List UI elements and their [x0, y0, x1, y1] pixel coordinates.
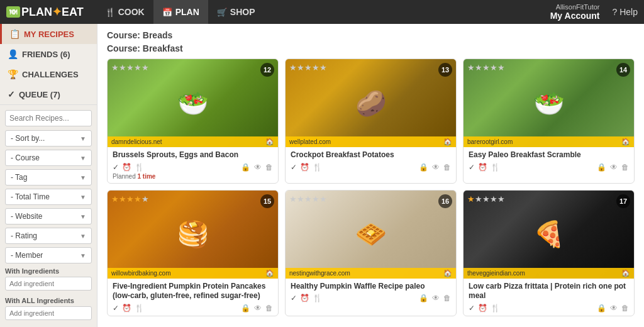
chevron-down-icon: ▼ [80, 194, 86, 201]
recipe-actions: ✓ ⏰ 🍴 🔒 👁 🗑 [291, 294, 451, 302]
sidebar-my-recipes-label: MY RECIPES [24, 30, 74, 39]
eye-icon[interactable]: 👁 [610, 163, 618, 172]
checkmark-icon[interactable]: ✓ [469, 304, 475, 313]
eye-icon[interactable]: 👁 [254, 163, 262, 172]
trash-icon[interactable]: 🗑 [621, 163, 629, 172]
recipe-stars: ★★★★★ [289, 194, 327, 204]
logo[interactable]: 🍽 PLAN✦EAT [6, 5, 84, 19]
checkmark-icon[interactable]: ✓ [113, 304, 119, 313]
utensils-icon[interactable]: 🍴 [135, 163, 144, 172]
recipe-title: Crockpot Breakfast Potatoes [291, 150, 451, 160]
with-all-ingredients-input[interactable] [5, 306, 92, 320]
lock-icon[interactable]: 🔒 [597, 163, 606, 172]
recipe-emoji: 🥗 [464, 59, 634, 147]
recipe-actions-left: ✓ ⏰ 🍴 [113, 304, 144, 313]
lock-icon[interactable]: 🔒 [241, 304, 250, 313]
nav-plan[interactable]: 📅 PLAN [153, 0, 208, 24]
account-username: AllisonFitTutor [556, 3, 600, 11]
account-label[interactable]: My Account [550, 11, 600, 21]
recipe-card[interactable]: 🥞 15 ★★★★★ willowbirdbaking.com 🏠 Five-I… [107, 190, 279, 316]
nav-cook[interactable]: 🍴 COOK [96, 0, 153, 24]
search-input[interactable] [6, 111, 97, 126]
recipe-emoji: 🥞 [108, 191, 278, 279]
recipe-actions-left: ✓ ⏰ 🍴 [469, 304, 500, 313]
recipe-info: Five-Ingredient Pumpkin Protein Pancakes… [108, 279, 278, 316]
filter-tag[interactable]: - Tag ▼ [5, 169, 92, 186]
sidebar-item-my-recipes[interactable]: 📋 MY RECIPES [0, 24, 97, 44]
chevron-down-icon: ▼ [80, 233, 86, 240]
eye-icon[interactable]: 👁 [432, 163, 440, 172]
utensils-icon[interactable]: 🍴 [491, 304, 500, 313]
recipe-card[interactable]: 🥗 12 ★★★★★ damndelicious.net 🏠 Brussels … [107, 58, 279, 184]
recipe-site-name: wellplated.com [289, 138, 331, 145]
clock-icon[interactable]: ⏰ [122, 163, 131, 172]
lock-icon[interactable]: 🔒 [419, 294, 428, 302]
filter-sort[interactable]: - Sort by... ▼ [5, 130, 92, 147]
lock-icon[interactable]: 🔒 [419, 163, 428, 172]
recipe-info: Brussels Sprouts, Eggs and Bacon ✓ ⏰ 🍴 🔒… [108, 147, 278, 183]
filter-total-time[interactable]: - Total Time ▼ [5, 189, 92, 205]
filter-member[interactable]: - Member ▼ [5, 247, 92, 263]
queue-icon: ✓ [8, 89, 15, 99]
nav-plan-label: PLAN [175, 7, 199, 17]
sidebar-nav: 📋 MY RECIPES 👤 FRIENDS (6) 🏆 CHALLENGES … [0, 24, 97, 105]
eye-icon[interactable]: 👁 [610, 304, 618, 313]
search-box[interactable]: 🔍 [5, 110, 92, 126]
sidebar-item-challenges[interactable]: 🏆 CHALLENGES [0, 64, 97, 84]
home-icon: 🏠 [621, 269, 630, 277]
sidebar-item-friends[interactable]: 👤 FRIENDS (6) [0, 44, 97, 64]
clock-icon[interactable]: ⏰ [478, 163, 487, 172]
recipe-emoji: 🧇 [286, 191, 456, 279]
checkmark-icon[interactable]: ✓ [291, 294, 297, 302]
home-icon: 🏠 [443, 269, 452, 277]
sidebar-item-queue[interactable]: ✓ QUEUE (7) [0, 84, 97, 104]
recipe-stars: ★★★★★ [111, 194, 149, 204]
chevron-down-icon: ▼ [80, 135, 86, 142]
sidebar-filter: 🔍 - Sort by... ▼ - Course ▼ - Tag ▼ - To… [0, 105, 97, 327]
sidebar-challenges-label: CHALLENGES [22, 70, 79, 79]
utensils-icon[interactable]: 🍴 [313, 163, 322, 172]
clock-icon[interactable]: ⏰ [300, 294, 309, 302]
checkmark-icon[interactable]: ✓ [469, 163, 475, 172]
clock-icon[interactable]: ⏰ [478, 304, 487, 313]
eye-icon[interactable]: 👁 [254, 304, 262, 313]
challenges-icon: 🏆 [8, 69, 18, 79]
recipe-actions-right: 🔒 👁 🗑 [419, 163, 451, 172]
lock-icon[interactable]: 🔒 [241, 163, 250, 172]
recipe-actions-left: ✓ ⏰ 🍴 [469, 163, 500, 172]
clock-icon[interactable]: ⏰ [122, 304, 131, 313]
checkmark-icon[interactable]: ✓ [291, 163, 297, 172]
help-button[interactable]: ? Help [613, 7, 638, 17]
trash-icon[interactable]: 🗑 [265, 163, 273, 172]
eye-icon[interactable]: 👁 [432, 294, 440, 302]
utensils-icon[interactable]: 🍴 [135, 304, 144, 313]
recipe-emoji: 🥗 [108, 59, 278, 147]
recipe-card[interactable]: 🧇 16 ★★★★★ nestingwithgrace.com 🏠 Health… [285, 190, 457, 316]
trash-icon[interactable]: 🗑 [443, 294, 451, 302]
lock-icon[interactable]: 🔒 [597, 304, 606, 313]
filter-rating[interactable]: - Rating ▼ [5, 228, 92, 244]
checkmark-icon[interactable]: ✓ [113, 163, 119, 172]
recipe-card[interactable]: 🥗 14 ★★★★★ barerootgirl.com 🏠 Easy Paleo… [463, 58, 635, 184]
recipe-site-name: barerootgirl.com [467, 138, 513, 145]
main-layout: 📋 MY RECIPES 👤 FRIENDS (6) 🏆 CHALLENGES … [0, 24, 644, 327]
with-all-ingredients-label: With ALL Ingredients [5, 297, 92, 304]
filter-course[interactable]: - Course ▼ [5, 150, 92, 166]
with-ingredients-input[interactable] [5, 277, 92, 291]
clock-icon[interactable]: ⏰ [300, 163, 309, 172]
trash-icon[interactable]: 🗑 [265, 304, 273, 313]
recipe-site-badge: theveggieindian.com 🏠 [464, 268, 634, 279]
trash-icon[interactable]: 🗑 [621, 304, 629, 313]
nav-shop[interactable]: 🛒 SHOP [208, 0, 264, 24]
recipe-site-badge: willowbirdbaking.com 🏠 [108, 268, 278, 279]
recipe-site-badge: nestingwithgrace.com 🏠 [286, 268, 456, 279]
recipe-card[interactable]: 🍕 17 ★★★★★ theveggieindian.com 🏠 Low car… [463, 190, 635, 316]
recipe-card[interactable]: 🥔 13 ★★★★★ wellplated.com 🏠 Crockpot Bre… [285, 58, 457, 184]
utensils-icon[interactable]: 🍴 [491, 163, 500, 172]
filter-website[interactable]: - Website ▼ [5, 208, 92, 224]
course-breads: Course: Breads [107, 30, 635, 40]
recipe-stars: ★★★★★ [467, 194, 505, 204]
trash-icon[interactable]: 🗑 [443, 163, 451, 172]
recipe-site-badge: damndelicious.net 🏠 [108, 136, 278, 147]
utensils-icon[interactable]: 🍴 [313, 294, 322, 302]
